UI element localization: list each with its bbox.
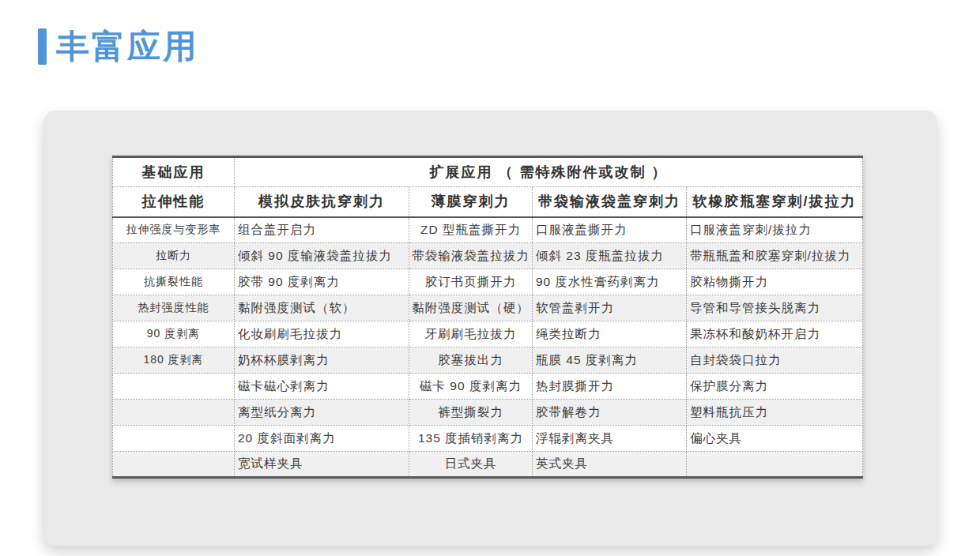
- table-cell: 135 度插销剥离力: [409, 426, 533, 452]
- row-header-cell: [113, 452, 235, 478]
- table-row: 磁卡磁心剥离力 磁卡 90 度剥离力 热封膜撕开力 保护膜分离力: [113, 374, 863, 400]
- col-header-tensile-performance: 拉伸性能: [113, 187, 235, 217]
- row-header-cell: 90 度剥离: [113, 321, 235, 348]
- table-cell: 黏附强度测试（硬）: [409, 295, 533, 321]
- table-cell: 胶粘物撕开力: [687, 269, 863, 295]
- table-cell: ZD 型瓶盖撕开力: [409, 217, 533, 243]
- table-cell: 口服液盖撕开力: [533, 217, 687, 243]
- row-header-cell: 拉伸强度与变形率: [113, 217, 235, 243]
- table-row: 离型纸分离力 裤型撕裂力 胶带解卷力 塑料瓶抗压力: [113, 400, 863, 426]
- row-header-cell: 热封强度性能: [113, 295, 235, 321]
- table-cell: 塑料瓶抗压力: [687, 400, 863, 426]
- table-cell: 化妆刷刷毛拉拔力: [235, 321, 409, 348]
- table-row: 宽试样夹具 日式夹具 英式夹具: [113, 452, 863, 478]
- row-header-cell: [113, 400, 235, 426]
- row-header-cell: 抗撕裂性能: [113, 269, 235, 295]
- table-cell: 绳类拉断力: [533, 321, 687, 348]
- row-header-cell: 180 度剥离: [113, 348, 235, 374]
- table-cell: 胶塞拔出力: [409, 348, 533, 374]
- table-cell: 胶订书页撕开力: [409, 269, 533, 295]
- table-cell: 胶带解卷力: [533, 400, 687, 426]
- header-extended-applications: 扩展应用 （ 需特殊附件或改制 ）: [235, 157, 863, 187]
- table-cell: 离型纸分离力: [235, 400, 409, 426]
- table-row: 热封强度性能 黏附强度测试（软） 黏附强度测试（硬） 软管盖剥开力 导管和导管接…: [113, 295, 863, 321]
- col-header-rubber-stopper: 软橡胶瓶塞穿刺/拔拉力: [687, 187, 863, 217]
- table-cell: 带瓶瓶盖和胶塞穿刺/拉拔力: [687, 243, 863, 269]
- table-row: 180 度剥离 奶杯杯膜剥离力 胶塞拔出力 瓶膜 45 度剥离力 自封袋袋口拉力: [113, 348, 863, 374]
- table-header-row-1: 基础应用 扩展应用 （ 需特殊附件或改制 ）: [113, 157, 863, 187]
- table-row: 90 度剥离 化妆刷刷毛拉拔力 牙刷刷毛拉拔力 绳类拉断力 果冻杯和酸奶杯开启力: [113, 321, 863, 348]
- row-header-cell: [113, 426, 235, 452]
- table-cell: 胶带 90 度剥离力: [235, 269, 409, 295]
- table-cell: 20 度斜面剥离力: [235, 426, 409, 452]
- table-cell: 宽试样夹具: [235, 452, 409, 478]
- table-cell: 组合盖开启力: [235, 217, 409, 243]
- table-cell: 奶杯杯膜剥离力: [235, 348, 409, 374]
- header-basic-applications: 基础应用: [113, 157, 235, 187]
- table-cell: 90 度水性膏药剥离力: [533, 269, 687, 295]
- col-header-skin-puncture: 模拟皮肤抗穿刺力: [235, 187, 409, 217]
- row-header-cell: [113, 374, 235, 400]
- table-cell: [687, 452, 863, 478]
- title-accent-bar: [38, 28, 47, 65]
- table-cell: 英式夹具: [533, 452, 687, 478]
- table-cell: 热封膜撕开力: [533, 374, 687, 400]
- row-header-cell: 拉断力: [113, 243, 235, 269]
- table-cell: 偏心夹具: [687, 426, 863, 452]
- page-header: 丰富应用: [38, 28, 198, 65]
- table-row: 20 度斜面剥离力 135 度插销剥离力 浮辊剥离夹具 偏心夹具: [113, 426, 863, 452]
- table-cell: 保护膜分离力: [687, 374, 863, 400]
- table-cell: 导管和导管接头脱离力: [687, 295, 863, 321]
- table-cell: 日式夹具: [409, 452, 533, 478]
- table-cell: 裤型撕裂力: [409, 400, 533, 426]
- table-cell: 果冻杯和酸奶杯开启力: [687, 321, 863, 348]
- table-cell: 自封袋袋口拉力: [687, 348, 863, 374]
- table-cell: 瓶膜 45 度剥离力: [533, 348, 687, 374]
- table-cell: 倾斜 90 度输液袋盖拉拔力: [235, 243, 409, 269]
- table-row: 拉伸强度与变形率 组合盖开启力 ZD 型瓶盖撕开力 口服液盖撕开力 口服液盖穿刺…: [113, 217, 863, 243]
- col-header-bag-cap-puncture: 带袋输液袋盖穿刺力: [533, 187, 687, 217]
- col-header-film-puncture: 薄膜穿刺力: [409, 187, 533, 217]
- table-cell: 倾斜 23 度瓶盖拉拔力: [533, 243, 687, 269]
- table-cell: 磁卡磁心剥离力: [235, 374, 409, 400]
- table-cell: 黏附强度测试（软）: [235, 295, 409, 321]
- applications-table: 基础应用 扩展应用 （ 需特殊附件或改制 ） 拉伸性能 模拟皮肤抗穿刺力 薄膜穿…: [112, 156, 863, 479]
- table-header-row-2: 拉伸性能 模拟皮肤抗穿刺力 薄膜穿刺力 带袋输液袋盖穿刺力 软橡胶瓶塞穿刺/拔拉…: [113, 187, 863, 217]
- table-cell: 牙刷刷毛拉拔力: [409, 321, 533, 348]
- page-title: 丰富应用: [56, 28, 198, 65]
- table-cell: 浮辊剥离夹具: [533, 426, 687, 452]
- table-cell: 磁卡 90 度剥离力: [409, 374, 533, 400]
- table-cell: 带袋输液袋盖拉拔力: [409, 243, 533, 269]
- table-row: 拉断力 倾斜 90 度输液袋盖拉拔力 带袋输液袋盖拉拔力 倾斜 23 度瓶盖拉拔…: [113, 243, 863, 269]
- table-cell: 软管盖剥开力: [533, 295, 687, 321]
- table-cell: 口服液盖穿刺/拔拉力: [687, 217, 863, 243]
- table-row: 抗撕裂性能 胶带 90 度剥离力 胶订书页撕开力 90 度水性膏药剥离力 胶粘物…: [113, 269, 863, 295]
